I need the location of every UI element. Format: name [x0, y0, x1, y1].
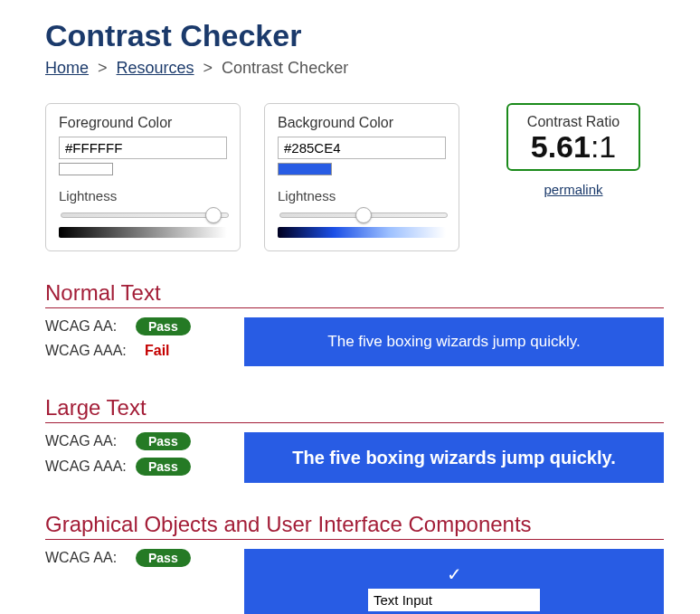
contrast-ratio-value: 5.61:1: [523, 130, 624, 164]
large-aaa-label: WCAG AAA:: [45, 458, 136, 475]
normal-aa-badge: Pass: [136, 317, 191, 335]
large-aa-badge: Pass: [136, 432, 191, 450]
background-panel: Background Color Lightness: [264, 103, 459, 251]
background-lightness-slider[interactable]: [279, 213, 448, 218]
contrast-ratio-label: Contrast Ratio: [523, 114, 624, 130]
check-icon: ✓: [447, 563, 462, 585]
page-title: Contrast Checker: [45, 18, 664, 53]
large-text-heading: Large Text: [45, 395, 664, 423]
normal-text-heading: Normal Text: [45, 280, 664, 308]
normal-text-results: WCAG AA: Pass WCAG AAA: Fail: [45, 317, 226, 366]
background-swatch[interactable]: [278, 163, 332, 175]
background-lightness-label: Lightness: [278, 188, 446, 203]
contrast-ratio-box: Contrast Ratio 5.61:1: [506, 103, 640, 171]
normal-aaa-label: WCAG AAA:: [45, 343, 136, 359]
ui-sample: ✓: [244, 549, 664, 614]
foreground-hex-input[interactable]: [59, 137, 227, 159]
large-aaa-badge: Pass: [136, 458, 191, 476]
normal-text-sample[interactable]: The five boxing wizards jump quickly.: [244, 317, 664, 366]
large-aa-label: WCAG AA:: [45, 433, 136, 449]
ui-heading: Graphical Objects and User Interface Com…: [45, 512, 664, 540]
breadcrumb: Home > Resources > Contrast Checker: [45, 59, 664, 78]
background-hex-input[interactable]: [278, 137, 446, 159]
breadcrumb-home[interactable]: Home: [45, 59, 89, 77]
ui-results: WCAG AA: Pass: [45, 549, 226, 614]
foreground-lightness-label: Lightness: [59, 188, 227, 203]
breadcrumb-resources[interactable]: Resources: [117, 59, 194, 77]
normal-aa-label: WCAG AA:: [45, 318, 136, 335]
permalink-link[interactable]: permalink: [483, 182, 664, 197]
normal-aaa-result: Fail: [136, 343, 170, 359]
foreground-panel: Foreground Color Lightness: [45, 103, 241, 251]
ui-aa-badge: Pass: [136, 549, 191, 567]
ui-aa-label: WCAG AA:: [45, 550, 136, 566]
large-text-sample[interactable]: The five boxing wizards jump quickly.: [244, 432, 664, 483]
foreground-legend: Foreground Color: [59, 115, 172, 130]
breadcrumb-current: Contrast Checker: [222, 59, 348, 77]
foreground-swatch[interactable]: [59, 163, 113, 175]
foreground-lightness-slider[interactable]: [61, 213, 229, 218]
foreground-gradient: [59, 227, 227, 238]
large-text-results: WCAG AA: Pass WCAG AAA: Pass: [45, 432, 226, 483]
sample-text-input[interactable]: [368, 589, 540, 611]
background-gradient: [278, 227, 446, 238]
background-legend: Background Color: [278, 115, 393, 130]
